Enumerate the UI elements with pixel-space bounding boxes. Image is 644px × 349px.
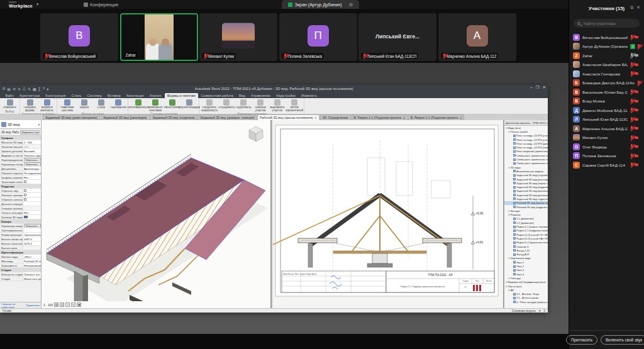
search-input[interactable] — [582, 21, 636, 26]
ribbon-tab-13[interactable]: Надстройки — [274, 93, 298, 98]
ribbon-button[interactable]: Изменить — [2, 99, 18, 110]
view-tab-2[interactable]: Заданный 3D вид (раскладка) — [101, 114, 150, 120]
visual-style-icon[interactable]: ◫ — [60, 302, 64, 307]
ribbon-button[interactable]: Навесная система — [59, 99, 75, 113]
participant-row[interactable]: ВВячеслав Войцеховський (Я) — [569, 33, 644, 42]
participant-video-tile[interactable]: ППолина Залевська — [279, 13, 357, 61]
property-row[interactable]: Секущая граница — [0, 206, 41, 211]
participant-row[interactable]: ППолина Залевська — [569, 152, 644, 161]
property-row[interactable]: Высота цели — [0, 246, 41, 250]
ribbon-button[interactable]: Подобласть — [235, 99, 251, 113]
view-tab-7[interactable]: В: Разрез 1-1 (Подрезка проектн...) — [352, 114, 408, 120]
color-swatch[interactable] — [24, 216, 28, 218]
close-view-icon[interactable]: ✕ — [314, 116, 317, 119]
ribbon-button[interactable]: Выровнять участок — [269, 99, 285, 113]
participant-row[interactable]: ВВлад Мокієв — [569, 97, 644, 106]
property-row[interactable]: Параметры отображеИзменить... — [0, 162, 41, 167]
participant-search[interactable] — [574, 19, 640, 28]
property-row[interactable]: Обрезать аннотации — [0, 197, 41, 202]
ribbon-tab-11[interactable]: Вид — [236, 93, 248, 98]
property-checkbox[interactable] — [24, 198, 26, 201]
tab-screen-share[interactable]: Экран (Артур Дубинин) ⊖ — [282, 0, 359, 9]
property-row[interactable]: Область маскировкиНет — [0, 211, 41, 215]
ribbon-button[interactable]: Стройплощадка — [181, 99, 197, 113]
ribbon-button[interactable]: Форма в контексте — [39, 99, 55, 113]
tab-conference[interactable]: Конференция — [77, 0, 125, 9]
edit-value-button[interactable]: Изменить... — [24, 162, 41, 166]
property-checkbox[interactable] — [24, 180, 26, 183]
participant-video-tile[interactable]: Липський Євге...Липський Єган БАД-113СП — [358, 13, 436, 61]
property-row[interactable]: Дальняя секущая пл — [0, 202, 41, 206]
filter-icon[interactable]: ▼ — [538, 309, 541, 313]
property-checkbox[interactable] — [24, 194, 26, 196]
status-active-model[interactable]: Основная модель — [512, 309, 536, 313]
popout-icon[interactable]: ⧉ — [630, 5, 633, 10]
view-tab-3[interactable]: Заданный 3D вид (подрезка) — [150, 114, 197, 120]
participant-row[interactable]: ББомацара Дмитро БАД-114сп — [569, 79, 644, 88]
apply-button[interactable]: Применить — [26, 304, 40, 307]
participant-row[interactable]: Анастасия Шкабарня БАД-114 — [569, 60, 644, 70]
view-tab-4[interactable]: Заданный 3D вид (домашн. позиция) — [197, 114, 257, 120]
restore-icon[interactable]: ❐ — [536, 85, 540, 90]
close-icon[interactable]: ✕ — [543, 85, 546, 90]
property-row[interactable]: Масштаб 3D вида1 : 100 — [0, 140, 41, 145]
property-row[interactable]: ДисциплинаАрхитектура — [0, 167, 41, 171]
property-row[interactable]: Обрезать вид — [0, 189, 41, 193]
ribbon-button[interactable]: Показать формы — [22, 99, 38, 113]
viewport-section-sheet[interactable]: +5,96 +4,81 В Б А — [273, 120, 504, 308]
view-tab-6[interactable]: 3D: Определение — [320, 114, 351, 120]
unmute-button[interactable]: Включить свой звук — [601, 335, 644, 345]
ribbon-tab-4[interactable]: Сталь — [69, 93, 84, 98]
view-tab-1[interactable]: Заданный 3D вид (демо смещение) — [43, 114, 100, 120]
close-tab-icon[interactable]: ⊖ — [349, 2, 353, 8]
property-row[interactable]: ЗависимостьНезависимый — [0, 263, 41, 268]
property-row[interactable]: Видимость частейПоказать оригинал — [0, 153, 41, 158]
property-row[interactable]: Заблокированная ор — [0, 228, 41, 233]
ribbon-button[interactable]: Граница участка — [252, 99, 268, 113]
edit-value-button[interactable]: Изменить... — [24, 224, 41, 228]
view-tab-8[interactable]: В: Разрез 1-1 (Подрезка проектн...) — [408, 114, 464, 120]
participant-row[interactable]: Артур Дубинин (Организатор)⇧ — [569, 42, 644, 52]
shadows-icon[interactable]: ◐ — [71, 302, 75, 307]
edit-type-button[interactable]: Изменить тип — [20, 130, 40, 135]
close-icon[interactable]: ✕ — [636, 5, 640, 10]
participant-row[interactable]: ССарана Сергій БАД-114 — [569, 160, 644, 170]
ribbon-tab-9[interactable]: Формы и генплан — [165, 93, 198, 98]
participant-row[interactable]: ООлег Ведмідь — [569, 142, 644, 152]
property-row[interactable]: Уровень детализацииВысокий — [0, 149, 41, 153]
participant-video-tile[interactable]: АМарченко Альона БАД-112 — [438, 13, 516, 61]
ribbon-tab-6[interactable]: Вставка — [105, 93, 123, 98]
ribbon-button[interactable]: Перекрытие — [110, 99, 126, 113]
property-row[interactable]: Показать границы об — [0, 193, 41, 197]
properties-help-link[interactable]: Справка по свойствам — [1, 302, 26, 309]
project-browser-title[interactable]: Диспетчер проекта - ТПМ-2021-v5 — [504, 120, 548, 126]
participant-row[interactable]: ДДанило Мойсеєв БАД-113сп — [569, 106, 644, 115]
property-row[interactable]: Траектория солнца — [0, 180, 41, 184]
ribbon-tab-5[interactable]: Системы — [84, 93, 104, 98]
property-row[interactable]: СтадияНовая конструкция — [0, 277, 41, 281]
participant-video-tile[interactable]: Михаил Кулик — [199, 13, 277, 61]
ribbon-button[interactable]: Компонент генплана — [147, 99, 163, 113]
property-row[interactable]: Режим проекцииОртогональный — [0, 233, 41, 237]
participant-row[interactable]: АМарченко Альона БАД-112 — [569, 124, 644, 133]
ribbon-tab-14[interactable]: Изменить — [299, 93, 319, 98]
ribbon-button[interactable]: Стена — [93, 99, 109, 113]
participant-row[interactable]: ВВасилишин Юліан Бад-114 — [569, 87, 644, 97]
tree-item[interactable]: 4 - План насадки (замена положения) — [504, 300, 548, 304]
sun-path-icon[interactable]: ☼ — [65, 302, 70, 307]
property-row[interactable]: Высота линии гориз5487.0 — [0, 237, 41, 241]
view-scale[interactable]: 1 : 100 — [43, 303, 53, 307]
ribbon-tab-1[interactable]: Файл — [3, 93, 16, 98]
ribbon-button[interactable]: Объединить — [218, 99, 234, 113]
property-row[interactable]: Имя видаРабочий 3D вид (кр — [0, 259, 41, 263]
ribbon-button[interactable]: Разделить поверхность — [201, 99, 217, 113]
property-checkbox[interactable] — [24, 189, 26, 192]
type-selector[interactable]: 3D вид ▾ — [0, 120, 41, 129]
minimize-icon[interactable]: – — [530, 85, 533, 90]
detail-level-icon[interactable]: ▤ — [54, 302, 58, 307]
property-row[interactable]: Фильтр по стадиямПоказать все — [0, 272, 41, 277]
chevron-down-icon[interactable]: ▾ — [36, 2, 39, 7]
edit-value-button[interactable]: Изменить... — [24, 158, 41, 162]
crop-view-icon[interactable]: ▣ — [77, 302, 81, 307]
ribbon-button[interactable]: Метка горизонталей — [286, 99, 302, 113]
